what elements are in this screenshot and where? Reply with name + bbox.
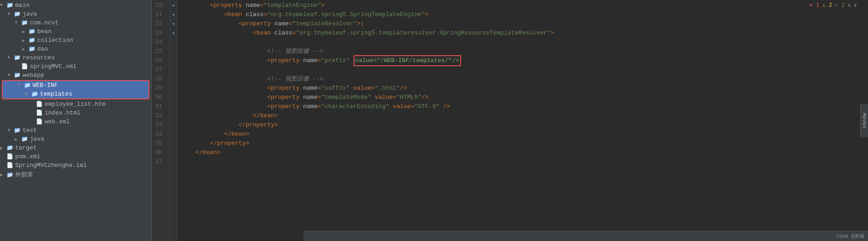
folder-icon: 📁 (6, 144, 13, 151)
code-line (181, 38, 864, 47)
file-tree[interactable]: ▼📁main▼📁java▼📁com.ncvt▶📁bean▶📁collection… (0, 0, 152, 241)
tree-item-test[interactable]: ▼📁test (0, 126, 151, 135)
tree-label: pom.xml (15, 153, 40, 160)
highlight-box: ▼📁WEB-INF▼📁templates (2, 80, 149, 99)
bracket-segment: /> (422, 93, 429, 102)
html-icon: 📄 (36, 101, 43, 108)
line-number: 34 (152, 130, 166, 139)
tree-item-test-java[interactable]: ▶📁java (0, 135, 151, 143)
tree-arrow: ▶ (22, 46, 29, 52)
tree-label: 外部库 (15, 171, 33, 179)
bracket-segment: > (551, 29, 554, 38)
tag-segment: bean (260, 111, 274, 120)
tree-item-java[interactable]: ▼📁java (0, 10, 151, 18)
tree-item-main[interactable]: ▼📁main (0, 1, 151, 10)
tree-label: webapp (23, 72, 44, 79)
line-numbers: 202122232425262728293031323334353637 (152, 0, 170, 241)
val-segment: "suffix" (321, 84, 349, 93)
expand-icon[interactable]: ∧ (848, 2, 851, 9)
tree-item-com.ncvt[interactable]: ▼📁com.ncvt (0, 18, 151, 27)
gutter-marker (170, 148, 177, 157)
folder-icon: 📁 (21, 19, 28, 26)
line-number: 35 (152, 139, 166, 148)
bracket-segment: </ (195, 148, 203, 157)
tree-label: SpringMVCzhenghe.iml (15, 162, 87, 169)
tag-segment: bean (257, 29, 271, 38)
tree-label: templates (40, 91, 72, 98)
gutter-marker: ▼ (170, 29, 177, 38)
folder-icon: 📁 (6, 2, 13, 9)
line-number: 28 (152, 75, 166, 84)
tag-segment: property (271, 56, 299, 65)
tree-item-dao[interactable]: ▶📁dao (0, 45, 151, 53)
indent-segment (181, 75, 267, 84)
folder-icon: 📁 (24, 82, 31, 89)
bracket-segment: = (393, 93, 396, 102)
tree-label: resources (23, 54, 55, 61)
indent-segment (181, 19, 239, 29)
code-editor: 202122232425262728293031323334353637 ▼▼▼… (152, 0, 868, 241)
tree-item-webapp[interactable]: ▼📁webapp (0, 71, 151, 80)
line-number: 26 (152, 56, 166, 65)
maven-tab[interactable]: Maven (860, 103, 868, 137)
tree-arrow: ▼ (15, 20, 21, 25)
tree-arrow: ▶ (15, 137, 21, 142)
indent-segment (181, 102, 267, 111)
bracket-segment: </ (239, 120, 246, 130)
space-segment (350, 84, 354, 93)
indent-segment (181, 47, 267, 56)
xml-icon: 📄 (6, 153, 13, 160)
gutter-marker (170, 75, 177, 84)
bracket-segment: value (393, 102, 411, 111)
code-area[interactable]: <property name="templateEngine"> <bean c… (177, 0, 868, 241)
folder-icon: 📁 (31, 91, 38, 98)
bracket-segment: /> (400, 84, 407, 93)
tag-segment: property (271, 84, 299, 93)
tree-item-web.xml[interactable]: 📄web.xml (0, 117, 151, 126)
line-number: 20 (152, 1, 166, 10)
bracket-segment: > (425, 10, 429, 19)
bracket-segment: = (263, 10, 267, 19)
bracket-segment: > (246, 130, 249, 139)
tree-item-collection[interactable]: ▶📁collection (0, 36, 151, 45)
tree-item-target[interactable]: ▶📁target (0, 143, 151, 152)
val-segment: "characterEncoding" (321, 102, 389, 111)
tree-item-resources[interactable]: ▼📁resources (0, 53, 151, 62)
tag-segment: bean (203, 148, 217, 157)
tree-arrow: ▼ (7, 11, 14, 17)
status-bar: CSDN @奥曦 (303, 231, 868, 241)
status-text: CSDN @奥曦 (836, 233, 864, 240)
gutter-marker (170, 56, 177, 65)
folder-icon: 📁 (29, 28, 35, 35)
tree-item-index.html[interactable]: 📄index.html (0, 109, 151, 117)
attr-segment: class (271, 29, 292, 38)
tree-arrow: ▼ (7, 128, 14, 133)
gutter-marker: ▼ (170, 10, 177, 19)
folder-icon: 📁 (14, 127, 21, 134)
tree-item-employee_list.html[interactable]: 📄employee_list.htm (0, 100, 151, 109)
code-line: <property name="suffix" value=".html"/> (181, 84, 864, 93)
indent-segment (181, 111, 253, 120)
tree-arrow: ▼ (0, 3, 6, 8)
attr-segment: name (299, 93, 317, 102)
indent-segment (181, 120, 239, 130)
tree-arrow: ▼ (17, 83, 24, 88)
tree-item-pom.xml[interactable]: 📄pom.xml (0, 152, 151, 161)
tree-item-bean[interactable]: ▶📁bean (0, 27, 151, 36)
tree-item-templates[interactable]: ▼📁templates (3, 90, 148, 98)
space-segment (440, 102, 443, 111)
space-segment (350, 56, 354, 65)
tree-item-WEB-INF[interactable]: ▼📁WEB-INF (3, 81, 148, 90)
gutter-marker (170, 130, 177, 139)
indent-segment (181, 130, 224, 139)
tree-item-springMVC.xml[interactable]: 📄springMVC.xml (0, 62, 151, 71)
collapse-icon[interactable]: ∨ (854, 2, 857, 9)
tree-item-SpringMVCzhenghe.iml[interactable]: 📄SpringMVCzhenghe.iml (0, 161, 151, 170)
gutter-marker (170, 93, 177, 102)
html-icon: 📄 (36, 109, 43, 116)
line-number: 30 (152, 93, 166, 102)
tree-item-external-libs[interactable]: ▶📁外部库 (0, 170, 151, 180)
folder-icon: 📁 (14, 11, 21, 17)
line-number: 31 (152, 102, 166, 111)
tree-label: java (23, 11, 37, 17)
